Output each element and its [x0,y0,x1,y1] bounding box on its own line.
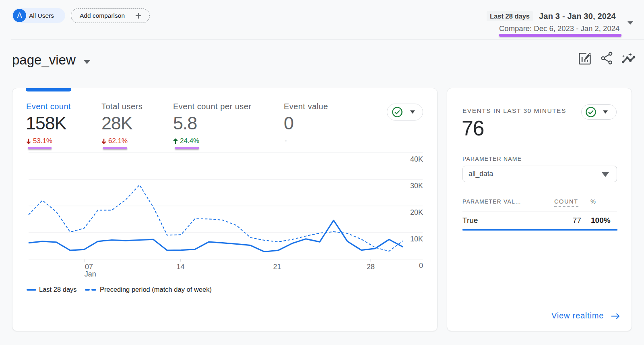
svg-text:10K: 10K [410,235,423,243]
svg-text:Jan: Jan [85,270,96,278]
svg-text:20K: 20K [410,208,423,216]
svg-text:07: 07 [85,263,93,271]
svg-text:14: 14 [176,263,184,271]
svg-text:40K: 40K [410,155,423,163]
svg-text:28: 28 [367,263,375,271]
svg-text:0: 0 [419,262,423,270]
svg-text:30K: 30K [410,182,423,190]
svg-text:21: 21 [273,263,281,271]
